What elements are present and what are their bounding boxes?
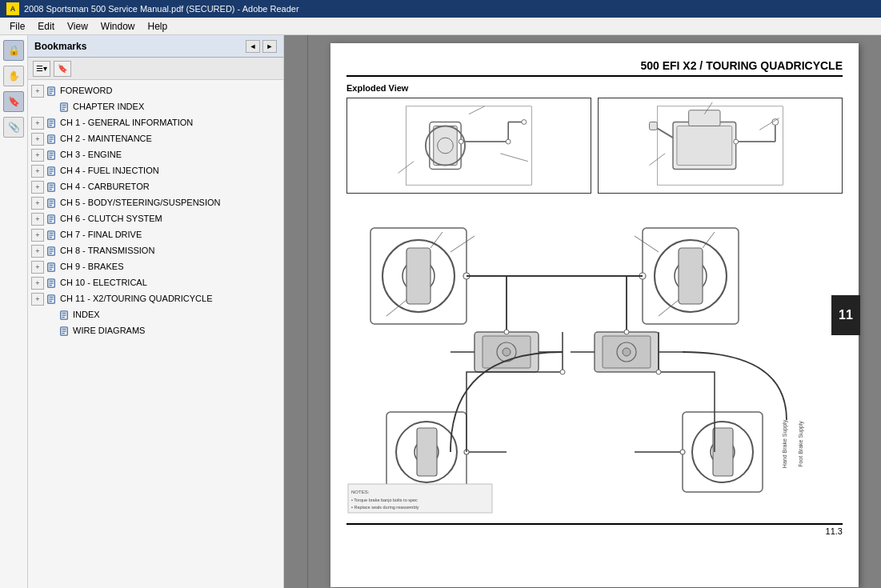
pdf-top-diagrams [346,98,843,194]
svg-text:• Torque brake banjo bolts to : • Torque brake banjo bolts to spec [351,498,418,502]
pdf-diagram-area: Hand Brake Supply Foot Brake Supply NOTE… [346,98,843,520]
main-container: 🔒 ✋ 🔖 📎 Bookmarks ◄ ► ☰▾ 🔖 + [0,35,881,588]
expand-ch10[interactable]: + [31,277,44,290]
svg-point-140 [624,330,629,334]
bookmarks-button[interactable]: 🔖 [3,91,24,112]
bookmark-label-ch10: CH 10 - ELECTRICAL [60,277,280,289]
bookmark-icon-ch6 [46,214,57,225]
svg-rect-95 [406,248,430,304]
sidebar-collapse-btn[interactable]: ◄ [246,40,260,53]
bookmark-ch8[interactable]: + CH 8 - TRANSMISSION [28,243,283,259]
window-title: 2008 Sportsman 500 Service Manual.pdf (S… [24,4,299,14]
bookmark-label-ch5: CH 5 - BODY/STEERING/SUSPENSION [60,197,280,209]
expand-ch4b[interactable]: + [31,181,44,194]
bookmark-foreword[interactable]: + FOREWORD [28,83,283,99]
bookmark-label-foreword: FOREWORD [60,85,280,97]
expand-ch3[interactable]: + [31,149,44,162]
bookmark-label-ch3: CH 3 - ENGINE [60,149,280,161]
paperclip-button[interactable]: 📎 [3,117,24,138]
bookmark-ch4a[interactable]: + CH 4 - FUEL INJECTION [28,163,283,179]
bookmark-label-index: INDEX [73,309,280,321]
expand-ch8[interactable]: + [31,245,44,258]
bookmark-icon-ch11 [46,294,57,305]
bookmark-ch6[interactable]: + CH 6 - CLUTCH SYSTEM [28,211,283,227]
bookmark-icon-ch9 [46,262,57,273]
app-icon: A [6,2,19,15]
sidebar-title: Bookmarks [34,41,86,52]
left-toolbar: 🔒 ✋ 🔖 📎 [0,35,28,588]
svg-line-75 [469,106,485,114]
bookmarks-tree: + FOREWORD + [28,80,283,588]
bookmark-ch11[interactable]: + CH 11 - X2/TOURING QUADRICYCLE [28,291,283,307]
bookmark-label-ch4a: CH 4 - FUEL INJECTION [60,165,280,177]
svg-rect-66 [434,126,458,165]
bookmark-icon-index [58,310,70,321]
menu-view[interactable]: View [61,19,94,34]
svg-point-142 [656,370,661,374]
expand-ch11[interactable]: + [31,293,44,306]
hand-tool-button[interactable]: ✋ [3,66,24,86]
expand-ch4a[interactable]: + [31,165,44,178]
bookmark-icon-ch10 [46,278,57,289]
sidebar-expand-btn[interactable]: ► [262,40,277,53]
bookmark-ch3[interactable]: + CH 3 - ENGINE [28,147,283,163]
svg-point-84 [734,139,739,144]
sidebar-header-buttons: ◄ ► [246,40,277,53]
bookmark-ch1[interactable]: + CH 1 - GENERAL INFORMATION [28,115,283,131]
bookmark-ch10[interactable]: + CH 10 - ELECTRICAL [28,275,283,291]
bookmark-ch4b[interactable]: + CH 4 - CARBURETOR [28,179,283,195]
bookmark-label-ch11: CH 11 - X2/TOURING QUADRICYCLE [60,293,280,305]
svg-point-114 [503,348,511,356]
bookmark-label-ch9: CH 9 - BRAKES [60,261,280,273]
expand-ch1[interactable]: + [31,117,44,130]
bookmark-icon-ch4b [46,182,57,193]
expand-ch9[interactable]: + [31,261,44,274]
bookmark-wire-diagrams[interactable]: + WIRE DIAGRAMS [28,323,283,339]
svg-point-139 [504,330,509,334]
svg-point-71 [506,139,511,144]
gray-separator [284,35,308,588]
expand-ch2[interactable]: + [31,133,44,146]
expand-ch7[interactable]: + [31,229,44,242]
sidebar-toolbar: ☰▾ 🔖 [28,58,283,80]
svg-line-76 [500,154,527,162]
menu-edit[interactable]: Edit [31,19,61,34]
bookmark-ch2[interactable]: + CH 2 - MAINTENANCE [28,131,283,147]
bookmark-icon-ch5 [46,198,57,209]
bookmark-ch7[interactable]: + CH 7 - FINAL DRIVE [28,227,283,243]
bookmark-icon-ch3 [46,150,57,161]
bookmark-index[interactable]: + INDEX [28,307,283,323]
bookmark-icon-chapter-index [58,102,70,113]
svg-rect-87 [650,122,658,130]
svg-point-70 [459,139,463,144]
bookmark-icon-ch1 [46,118,57,129]
bookmark-chapter-index[interactable]: + CHAPTER INDEX [28,99,283,115]
bookmark-icon-wire-diagrams [58,326,70,337]
svg-text:• Replace seals during reassem: • Replace seals during reassembly [351,505,419,510]
bookmark-icon-ch2 [46,134,57,145]
sidebar-bookmark-btn[interactable]: 🔖 [54,61,71,77]
page-number-tab: 11 [831,295,860,335]
pdf-section-label: Exploded View [346,83,843,93]
pdf-page-title: 500 EFI X2 / TOURING QUADRICYCLE [346,59,843,77]
menu-help[interactable]: Help [142,19,174,34]
bookmark-ch9[interactable]: + CH 9 - BRAKES [28,259,283,275]
svg-point-121 [623,348,631,356]
bookmark-ch5[interactable]: + CH 5 - BODY/STEERING/SUSPENSION [28,195,283,211]
expand-foreword[interactable]: + [31,85,44,98]
pdf-main-diagram: Hand Brake Supply Foot Brake Supply NOTE… [346,200,843,520]
menu-file[interactable]: File [3,19,31,34]
bookmark-label-ch6: CH 6 - CLUTCH SYSTEM [60,213,280,225]
sidebar-menu-btn[interactable]: ☰▾ [33,61,50,77]
pdf-footer-number: 11.3 [826,526,843,536]
svg-text:Hand Brake Supply: Hand Brake Supply [782,419,788,468]
menu-window[interactable]: Window [94,19,142,34]
svg-text:Foot Brake Supply: Foot Brake Supply [798,421,804,467]
bookmark-label-ch8: CH 8 - TRANSMISSION [60,245,280,257]
main-content[interactable]: 500 EFI X2 / TOURING QUADRICYCLE Explode… [308,35,881,588]
expand-ch5[interactable]: + [31,197,44,210]
lock-button[interactable]: 🔒 [3,40,24,61]
sidebar: Bookmarks ◄ ► ☰▾ 🔖 + [28,35,284,588]
pdf-diagram-right [598,98,843,194]
expand-ch6[interactable]: + [31,213,44,226]
